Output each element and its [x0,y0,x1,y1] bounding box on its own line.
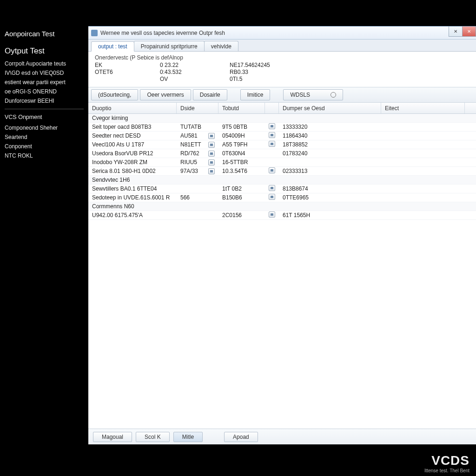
info-title: Onerdervestc (P Sebice is defAlnop [95,54,469,61]
table-cell: Inodobo YW-208R ZM [88,159,177,165]
divider [5,109,84,109]
table-cell: RIUU5 [177,159,218,165]
footer-btn-mitle[interactable]: Mitle [173,432,203,442]
col-tobutd[interactable]: Tobutd [218,103,265,113]
footer-btn-scol[interactable]: Scol K [136,432,170,442]
col-duoptio[interactable]: Duoptio [88,103,177,113]
sidebar-item[interactable]: oe oRGI-S ONERND [5,87,84,96]
table-row[interactable]: Veecl100 Ats U 1T87N81ETTA55 T9FH18T3885… [88,140,476,149]
toolbar-btn-imitice[interactable]: Imitice [240,89,271,100]
col-eitect[interactable]: Eitect [381,103,465,113]
table-cell: N81ETT [177,141,218,148]
sidebar-title-2: Oytput Test [5,45,84,57]
table-row[interactable]: Sewvtillers BA0.1 6TTE041tT 0B2813B8674 [88,185,476,193]
table-cell [265,132,279,139]
main-tabs: output : test Propairunid spritpriurre v… [88,40,476,52]
sidebar-item[interactable]: Dunforceswr BEEHI [5,97,84,105]
sidebar-item[interactable]: Componeond Sheher [5,124,84,132]
col-dside[interactable]: Dside [177,103,218,113]
info-value: RB0.33 [230,69,323,75]
table-row[interactable]: Seedter nect DESDAU581054009H11864340 [88,132,476,140]
table-row[interactable]: U942.00 6175.475'A2C015661T 1565H [88,211,476,220]
brand-tagline: Ittense test. Thel Bent [424,468,469,473]
doc-icon [208,142,215,148]
info-value: OV [160,76,230,82]
sidebar-item[interactable]: Seartend [5,133,84,141]
table-cell: 9T5 0BTB [218,124,265,130]
table-cell: Veecl100 Ats U 1T87 [88,141,177,148]
table-cell: Sendvvtec 1H6 [88,177,476,183]
table-row[interactable]: Serica 8.01 S80-H1 0D0297A/3310.3.54T602… [88,167,476,176]
brand: VCDS Ittense test. Thel Bent [424,453,469,473]
table-cell: TUTATB [177,124,218,130]
table-cell: 01783240 [279,150,381,157]
tab-vehicle[interactable]: vehivlde [204,41,238,51]
doc-icon [269,123,275,129]
doc-icon [269,185,275,191]
table-cell [265,167,279,175]
table-cell: 10.3.54T6 [218,168,265,174]
toolbar-btn-oeer[interactable]: Oeer vvermers [140,89,191,100]
table-cell: 0T630N4 [218,150,265,157]
table-row[interactable]: Seit toper oacd B08TB3TUTATB9T5 0BTB1333… [88,123,476,132]
info-label: EK [95,62,160,68]
sidebar-item[interactable]: Corrpolt Aupociarte teuts [5,60,84,68]
sidebar-item[interactable]: Conponent [5,142,84,151]
doc-icon [269,132,275,138]
table-cell: 11864340 [279,132,381,139]
app-window: Wernee me vesll oss tapecles ievernne Ou… [88,26,476,444]
brand-logo: VCDS [424,453,469,468]
app-icon [91,30,98,36]
table-cell: Sedoteep in UVDE.61S.6001 R [88,194,177,201]
table-cell: 18T38852 [279,141,381,148]
toolbar-btn-sourcing[interactable]: (dSourtecing, [91,89,138,100]
doc-icon [208,151,215,157]
info-value: NE17.54624245 [230,62,323,68]
close-button[interactable]: ✕ [462,26,476,37]
titlebar: Wernee me vesll oss tapecles ievernne Ou… [88,26,476,40]
info-label [95,76,160,82]
toolbar-btn-label: WDSLS [290,92,310,98]
toolbar-btn-wdsls[interactable]: WDSLS [283,89,343,100]
table-row[interactable]: Inodobo YW-208R ZMRIUU516-5TTBR [88,158,476,167]
table-row[interactable]: Sedoteep in UVDE.61S.6001 R566B150B60TTE… [88,193,476,202]
table-cell [265,141,279,148]
table-row[interactable]: Sendvvtec 1H6 [88,176,476,185]
table-cell: RD/762 [177,150,218,157]
table-cell: 054009H [218,132,265,139]
table-row[interactable]: Cormmenns N60 [88,202,476,211]
doc-icon [269,212,275,218]
circle-icon [331,92,336,98]
window-controls: ✕ ✕ [449,26,476,38]
minimize-button[interactable]: ✕ [449,26,463,37]
sidebar-item[interactable]: estient wear partii expert [5,78,84,86]
toolbar-btn-dosairle[interactable]: Dosairle [193,89,227,100]
sidebar-group-title: VCS Onpment [5,113,84,122]
tab-output-test[interactable]: output : test [91,41,134,52]
table-cell: Cormmenns N60 [88,203,476,210]
info-value: 0 23.22 [160,62,230,68]
sidebar-item[interactable]: NTC ROKL [5,152,84,160]
table-cell: 1tT 0B2 [218,185,265,192]
table-cell: Sewvtillers BA0.1 6TTE04 [88,185,177,192]
sidebar-item[interactable]: IV\GD esd oh VIEQ0SD [5,69,84,77]
doc-icon [269,167,275,173]
sidebar: Aonpoircan Test Oytput Test Corrpolt Aup… [0,26,88,444]
table-cell: Usedora BsorVUB PR12 [88,150,177,157]
table-cell: Cvegor kirning [88,115,476,121]
col-dumper[interactable]: Dumper se Oesd [279,103,381,113]
footer-btn-apoad[interactable]: Apoad [224,432,258,442]
table-cell [265,123,279,131]
table-row[interactable]: Usedora BsorVUB PR12RD/7620T630N40178324… [88,149,476,158]
col-icon[interactable] [265,103,279,113]
info-value: 0:43.532 [160,69,230,75]
footer-btn-manual[interactable]: Magoual [93,432,132,442]
info-label: OTET6 [95,69,160,75]
footer-bar: Magoual Scol K Mitle Apoad [88,429,476,444]
doc-icon [208,133,215,139]
table-cell: Serica 8.01 S80-H1 0D02 [88,168,177,174]
table-body: Cvegor kirningSeit toper oacd B08TB3TUTA… [88,114,476,429]
doc-icon [208,159,215,165]
table-row[interactable]: Cvegor kirning [88,114,476,123]
tab-prepartuid[interactable]: Propairunid spritpriurre [134,41,205,51]
